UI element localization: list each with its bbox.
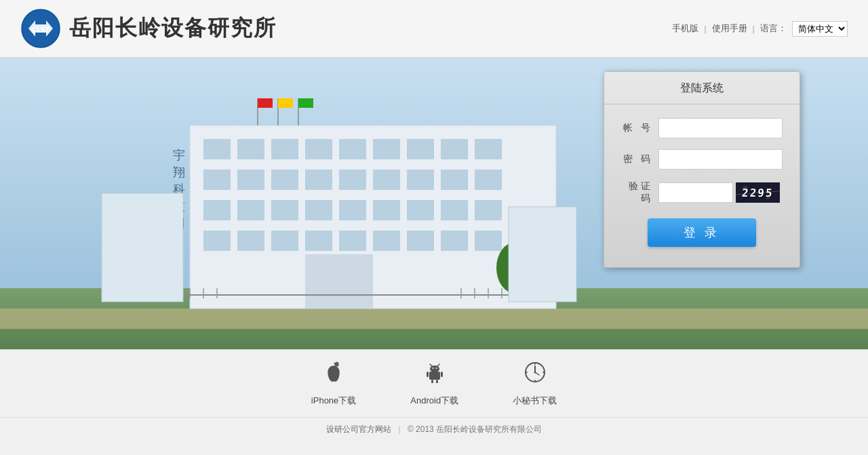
svg-rect-28 xyxy=(305,200,332,220)
svg-point-76 xyxy=(430,365,439,372)
separator-1: | xyxy=(704,24,706,34)
svg-rect-26 xyxy=(237,200,264,220)
svg-rect-34 xyxy=(203,231,231,251)
svg-rect-31 xyxy=(407,200,434,220)
svg-rect-37 xyxy=(305,231,332,251)
clock-icon xyxy=(523,360,547,391)
iphone-download[interactable]: iPhone下载 xyxy=(311,360,356,407)
svg-rect-13 xyxy=(407,139,434,159)
iphone-label: iPhone下载 xyxy=(311,395,356,407)
svg-rect-14 xyxy=(441,139,468,159)
svg-point-78 xyxy=(435,368,437,369)
svg-rect-8 xyxy=(237,139,264,159)
svg-rect-18 xyxy=(271,170,298,190)
captcha-label: 验证码 xyxy=(621,180,658,205)
svg-rect-11 xyxy=(339,139,366,159)
password-label: 密 码 xyxy=(621,153,658,165)
captcha-row: 验证码 2295 xyxy=(621,180,783,205)
svg-rect-19 xyxy=(305,170,332,190)
svg-rect-81 xyxy=(427,372,429,377)
captcha-input[interactable] xyxy=(658,182,733,203)
logo-icon: CLST xyxy=(20,8,61,49)
login-button[interactable]: 登 录 xyxy=(648,218,756,247)
svg-rect-7 xyxy=(203,139,231,159)
language-select[interactable]: 简体中文 English xyxy=(792,21,848,37)
svg-line-88 xyxy=(535,372,539,375)
svg-rect-17 xyxy=(237,170,264,190)
manual-link[interactable]: 使用手册 xyxy=(712,22,747,35)
footer-downloads: iPhone下载 Android下载 xyxy=(0,349,868,417)
svg-rect-25 xyxy=(203,200,231,220)
login-form: 帐 号 密 码 验证码 2295 xyxy=(604,104,800,254)
svg-rect-73 xyxy=(102,193,183,302)
svg-rect-75 xyxy=(429,372,440,380)
svg-line-80 xyxy=(437,364,439,366)
captcha-image[interactable]: 2295 xyxy=(736,182,780,203)
svg-text:翔: 翔 xyxy=(173,165,185,179)
android-icon xyxy=(422,360,447,391)
mobile-link[interactable]: 手机版 xyxy=(672,22,698,35)
svg-rect-27 xyxy=(271,200,298,220)
company-site-link[interactable]: 设研公司官方网站 xyxy=(326,424,391,435)
svg-rect-9 xyxy=(271,139,298,159)
site-title: 岳阳长岭设备研究所 xyxy=(69,14,277,43)
logo-area: CLST 岳阳长岭设备研究所 xyxy=(20,8,277,49)
svg-rect-65 xyxy=(258,98,273,108)
password-row: 密 码 xyxy=(621,149,783,170)
xiaomishu-download[interactable]: 小秘书下载 xyxy=(513,360,557,407)
svg-rect-29 xyxy=(339,200,366,220)
account-label: 帐 号 xyxy=(621,122,658,134)
login-title: 登陆系统 xyxy=(604,72,800,104)
captcha-row-inner: 2295 xyxy=(658,182,780,203)
svg-rect-82 xyxy=(441,372,443,377)
lang-label: 语言： xyxy=(760,22,787,35)
svg-rect-66 xyxy=(278,98,293,108)
svg-rect-41 xyxy=(441,231,468,251)
password-input[interactable] xyxy=(658,149,783,170)
svg-rect-5 xyxy=(0,309,868,329)
svg-rect-84 xyxy=(436,380,438,383)
svg-rect-23 xyxy=(441,170,468,190)
svg-rect-38 xyxy=(339,231,366,251)
svg-rect-24 xyxy=(475,170,502,190)
apple-icon xyxy=(321,360,346,391)
login-btn-row: 登 录 xyxy=(621,218,783,247)
svg-rect-33 xyxy=(475,200,502,220)
android-label: Android下载 xyxy=(410,395,458,407)
svg-rect-15 xyxy=(475,139,502,159)
svg-rect-83 xyxy=(431,380,433,383)
account-input[interactable] xyxy=(658,118,783,138)
header: CLST 岳阳长岭设备研究所 手机版 | 使用手册 | 语言： 简体中文 Eng… xyxy=(0,0,868,58)
android-download[interactable]: Android下载 xyxy=(410,360,458,407)
svg-rect-32 xyxy=(441,200,468,220)
svg-rect-39 xyxy=(373,231,400,251)
svg-rect-36 xyxy=(271,231,298,251)
account-row: 帐 号 xyxy=(621,118,783,138)
login-dialog: 登陆系统 帐 号 密 码 验证码 xyxy=(604,71,800,268)
xiaomishu-label: 小秘书下载 xyxy=(513,395,557,407)
svg-rect-40 xyxy=(407,231,434,251)
svg-rect-16 xyxy=(203,170,231,190)
hero: 宇 翔 科 技 园 登陆系统 帐 号 密 码 xyxy=(0,58,868,349)
svg-rect-20 xyxy=(339,170,366,190)
svg-rect-10 xyxy=(305,139,332,159)
svg-rect-43 xyxy=(305,254,373,309)
svg-rect-12 xyxy=(373,139,400,159)
copyright-text: © 2013 岳阳长岭设备研究所有限公司 xyxy=(408,424,542,435)
separator-2: | xyxy=(753,24,755,34)
svg-text:宇: 宇 xyxy=(173,149,185,162)
captcha-text: 2295 xyxy=(741,186,774,199)
svg-rect-74 xyxy=(509,207,576,302)
svg-rect-21 xyxy=(373,170,400,190)
svg-line-79 xyxy=(430,364,432,366)
svg-rect-30 xyxy=(373,200,400,220)
bottom-footer: 设研公司官方网站 ｜ © 2013 岳阳长岭设备研究所有限公司 xyxy=(0,417,868,441)
footer-separator: ｜ xyxy=(395,424,403,435)
svg-rect-22 xyxy=(407,170,434,190)
header-nav: 手机版 | 使用手册 | 语言： 简体中文 English xyxy=(672,21,848,37)
svg-rect-35 xyxy=(237,231,264,251)
svg-rect-67 xyxy=(298,98,313,108)
svg-point-77 xyxy=(432,368,433,369)
svg-rect-42 xyxy=(475,231,502,251)
